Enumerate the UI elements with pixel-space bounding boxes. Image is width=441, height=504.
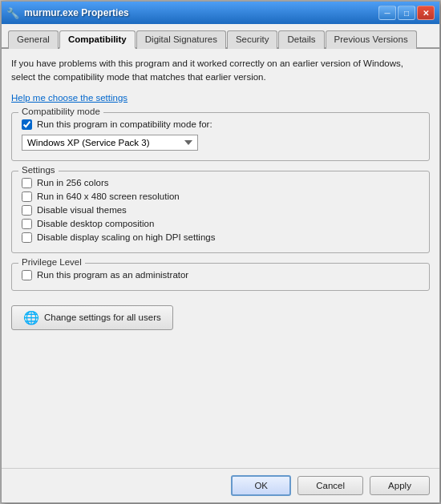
title-bar-buttons: ─ □ ✕ <box>378 6 435 20</box>
compatibility-mode-title: Compatibility mode <box>18 107 103 116</box>
setting-256-colors-checkbox[interactable] <box>22 178 32 188</box>
compat-mode-label: Run this program in compatibility mode f… <box>37 119 212 129</box>
compat-mode-checkbox[interactable] <box>22 119 32 130</box>
settings-title: Settings <box>18 165 59 175</box>
privilege-admin-checkbox[interactable] <box>22 270 32 280</box>
setting-640x480-label: Run in 640 x 480 screen resolution <box>37 192 180 201</box>
compat-mode-dropdown[interactable]: Windows XP (Service Pack 3) Windows XP (… <box>22 135 198 151</box>
tab-security[interactable]: Security <box>227 30 278 49</box>
setting-256-colors-row: Run in 256 colors <box>22 178 419 188</box>
apply-button[interactable]: Apply <box>370 476 430 495</box>
change-settings-label: Change settings for all users <box>44 312 161 322</box>
change-settings-section: 🌐 Change settings for all users <box>11 305 430 330</box>
tabs-bar: General Compatibility Digital Signatures… <box>2 24 439 49</box>
setting-desktop-composition-checkbox[interactable] <box>22 219 32 229</box>
privilege-group: Privilege Level Run this program as an a… <box>11 263 430 291</box>
setting-640x480-row: Run in 640 x 480 screen resolution <box>22 192 419 202</box>
privilege-title: Privilege Level <box>18 257 85 267</box>
globe-icon: 🌐 <box>23 310 39 325</box>
compat-mode-dropdown-row: Windows XP (Service Pack 3) Windows XP (… <box>22 135 419 151</box>
tab-compatibility[interactable]: Compatibility <box>59 30 136 49</box>
setting-visual-themes-row: Disable visual themes <box>22 205 419 216</box>
setting-dpi-row: Disable display scaling on high DPI sett… <box>22 232 419 243</box>
setting-640x480-checkbox[interactable] <box>22 192 32 202</box>
footer: OK Cancel Apply <box>2 468 439 502</box>
tab-previous-versions[interactable]: Previous Versions <box>326 30 417 49</box>
properties-window: 🔧 murmur.exe Properties ─ □ ✕ General Co… <box>1 1 440 503</box>
privilege-admin-row: Run this program as an administrator <box>22 270 419 280</box>
setting-visual-themes-checkbox[interactable] <box>22 205 32 216</box>
setting-256-colors-label: Run in 256 colors <box>37 178 109 187</box>
window-icon: 🔧 <box>6 6 19 19</box>
tab-general[interactable]: General <box>8 30 59 49</box>
title-bar: 🔧 murmur.exe Properties ─ □ ✕ <box>2 2 439 24</box>
tab-content: If you have problems with this program a… <box>2 49 439 468</box>
change-settings-button[interactable]: 🌐 Change settings for all users <box>11 305 173 330</box>
help-link[interactable]: Help me choose the settings <box>11 93 430 103</box>
info-text: If you have problems with this program a… <box>11 57 430 85</box>
ok-button[interactable]: OK <box>231 475 291 496</box>
setting-visual-themes-label: Disable visual themes <box>37 205 127 215</box>
tab-digital-signatures[interactable]: Digital Signatures <box>136 30 226 49</box>
privilege-admin-label: Run this program as an administrator <box>37 270 188 280</box>
setting-desktop-composition-label: Disable desktop composition <box>37 219 154 228</box>
window-title: murmur.exe Properties <box>24 7 378 18</box>
settings-group: Settings Run in 256 colors Run in 640 x … <box>11 171 430 253</box>
cancel-button[interactable]: Cancel <box>297 476 363 495</box>
setting-desktop-composition-row: Disable desktop composition <box>22 219 419 229</box>
tab-details[interactable]: Details <box>278 30 324 49</box>
compatibility-mode-group: Compatibility mode Run this program in c… <box>11 112 430 161</box>
setting-dpi-label: Disable display scaling on high DPI sett… <box>37 232 215 242</box>
setting-dpi-checkbox[interactable] <box>22 232 32 243</box>
minimize-button[interactable]: ─ <box>378 6 396 20</box>
compat-mode-checkbox-row: Run this program in compatibility mode f… <box>22 119 419 130</box>
close-button[interactable]: ✕ <box>417 6 435 20</box>
maximize-button[interactable]: □ <box>398 6 415 20</box>
